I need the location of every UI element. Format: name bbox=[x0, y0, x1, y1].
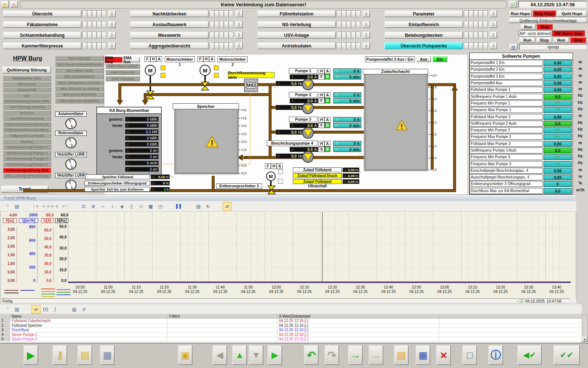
sep[interactable] bbox=[22, 305, 31, 314]
settings-icon[interactable]: ▤ bbox=[12, 305, 21, 314]
sollwerte-value-field[interactable]: 0,00 bbox=[544, 114, 572, 120]
print-icon[interactable]: ▤ bbox=[70, 305, 79, 314]
mode-cell[interactable]: A bbox=[325, 117, 330, 123]
sollwerte-value-field[interactable]: 0,00 bbox=[544, 141, 572, 147]
sollwerte-value-field[interactable]: 0,0 bbox=[544, 188, 572, 194]
nav-down-arrow-icon[interactable]: ⇩ bbox=[108, 42, 116, 49]
sep[interactable] bbox=[60, 305, 69, 314]
nav-button[interactable]: Antriebsdaten bbox=[257, 42, 336, 49]
redo-icon[interactable]: ↷ bbox=[325, 345, 339, 365]
fan-icon[interactable] bbox=[65, 158, 77, 170]
valve1-icon[interactable] bbox=[146, 91, 154, 99]
quitt-hupe-button[interactable]: Quitt Hupe bbox=[557, 10, 587, 17]
sep[interactable] bbox=[165, 202, 174, 210]
calendar-check-icon[interactable]: ☑ bbox=[509, 1, 517, 8]
nav-left-icon[interactable]: ◀ bbox=[212, 345, 227, 365]
mode-cell[interactable]: H bbox=[319, 68, 325, 74]
nav-down-arrow-icon[interactable]: ⇩ bbox=[362, 32, 370, 39]
motor1-icon[interactable]: M bbox=[145, 65, 156, 76]
refresh-icon[interactable]: ↻ bbox=[204, 202, 212, 210]
nav-down-arrow-icon[interactable]: ⇩ bbox=[235, 42, 243, 49]
sollwerte-value-field[interactable]: 0 bbox=[544, 181, 572, 187]
pw1-run-button[interactable]: Run bbox=[519, 37, 535, 43]
nav-button[interactable]: Belebungsbecken bbox=[384, 32, 463, 39]
fan-icon[interactable] bbox=[65, 137, 77, 149]
sollwerte-value-field[interactable]: *** bbox=[544, 107, 572, 113]
mode-cell[interactable]: F bbox=[197, 56, 203, 62]
compare-icon[interactable]: ⇄ bbox=[223, 202, 232, 210]
nav-up-icon[interactable]: ▲ bbox=[232, 345, 247, 365]
nav-down-arrow-icon[interactable]: ⇩ bbox=[362, 21, 370, 28]
entl-motor-icon[interactable]: M bbox=[266, 171, 276, 181]
forward-icon[interactable]: ►► bbox=[51, 202, 60, 210]
mode-cell[interactable]: F bbox=[319, 74, 325, 79]
nav-button[interactable]: Übersicht bbox=[3, 10, 82, 17]
sep[interactable] bbox=[184, 202, 193, 210]
mode-cell[interactable]: H bbox=[203, 56, 209, 62]
sollwerte-value-field[interactable]: *** bbox=[544, 134, 572, 140]
mode-cell[interactable]: F bbox=[319, 123, 325, 128]
mode-cell[interactable]: S bbox=[319, 146, 325, 152]
pw1-stop-button[interactable]: Stop bbox=[536, 37, 552, 43]
screensaver-icon[interactable]: □ bbox=[462, 345, 477, 365]
trend-plot[interactable] bbox=[68, 212, 571, 283]
sollwerte-value-field[interactable]: *** bbox=[544, 161, 572, 167]
mode-cell[interactable]: F bbox=[265, 163, 271, 169]
nav-button[interactable]: Parameter bbox=[384, 10, 463, 17]
mode-cell[interactable]: B bbox=[325, 146, 330, 152]
undo-icon[interactable]: ↶ bbox=[304, 345, 319, 365]
nav-right-icon[interactable]: ▶ bbox=[268, 345, 282, 365]
mode-cell[interactable]: B bbox=[325, 74, 330, 79]
trend-cursor-line[interactable] bbox=[322, 212, 323, 283]
key-icon[interactable]: ⚷ bbox=[53, 345, 67, 365]
last-icon[interactable]: ►| bbox=[60, 202, 69, 210]
first-icon[interactable]: |◄ bbox=[32, 202, 40, 210]
nav-down-arrow-icon[interactable]: ⇩ bbox=[490, 42, 497, 49]
run-hupe-button[interactable]: Run Hupe bbox=[509, 10, 532, 17]
back-icon[interactable]: ◄◄ bbox=[41, 202, 50, 210]
sollwerte-value-field[interactable]: 0,00 bbox=[544, 174, 572, 180]
pump-icon[interactable] bbox=[302, 151, 314, 163]
nav-down-arrow-icon[interactable]: ⇩ bbox=[235, 21, 243, 28]
pump-icon[interactable] bbox=[302, 102, 314, 114]
sollwerte-value-field[interactable]: 0,00 bbox=[544, 168, 572, 174]
sep[interactable] bbox=[70, 202, 79, 210]
screen-out-icon[interactable]: → bbox=[369, 345, 383, 365]
pause-icon[interactable]: ▌▌ bbox=[175, 202, 184, 210]
picture-open-icon[interactable]: ▤ bbox=[394, 345, 409, 365]
nav-down-arrow-icon[interactable]: ⇩ bbox=[108, 21, 116, 28]
mode-cell[interactable]: A bbox=[156, 56, 162, 62]
legend-table-row[interactable]: 3 Durchfluss 04.12.25 12:16 [i.] bbox=[0, 328, 582, 332]
refresh-icon[interactable]: ↺ bbox=[79, 305, 88, 314]
mode-cell[interactable]: F bbox=[144, 56, 150, 62]
sollwerte-value-field[interactable]: 0,00 bbox=[544, 67, 572, 72]
note-icon[interactable]: ▤ bbox=[1, 1, 9, 8]
printer-icon[interactable]: ▤ bbox=[509, 44, 517, 50]
mode-cell[interactable]: A bbox=[325, 141, 330, 146]
help-icon[interactable]: ? bbox=[3, 305, 12, 314]
nav-down-arrow-icon[interactable]: ⇩ bbox=[108, 10, 116, 17]
integral-icon[interactable]: ∫ bbox=[51, 305, 60, 314]
ema-stop-button[interactable]: Stop bbox=[537, 24, 553, 30]
nav-button[interactable]: USV-Anlage bbox=[257, 32, 336, 39]
alarm-flag-icon[interactable]: ⚠ bbox=[10, 1, 18, 8]
nav-button[interactable]: Messwerte bbox=[130, 32, 209, 39]
time-range-icon[interactable]: ◷ bbox=[156, 202, 165, 210]
ack-all-icon[interactable]: ✔✔ bbox=[553, 345, 580, 365]
stop-hupe-button[interactable]: Stop Hupe bbox=[533, 10, 556, 17]
entl-valve-icon[interactable] bbox=[268, 185, 276, 194]
sollwerte-value-field[interactable]: 0,0 bbox=[544, 121, 572, 127]
print-icon[interactable]: ▤ bbox=[194, 202, 203, 210]
mode-cell[interactable]: H bbox=[150, 56, 156, 62]
mode-cell[interactable]: H bbox=[319, 117, 325, 123]
pan-icon[interactable]: ◈ bbox=[118, 202, 126, 210]
sep[interactable] bbox=[213, 202, 222, 210]
nav-down-arrow-icon[interactable]: ⇩ bbox=[108, 32, 116, 39]
nav-button[interactable]: NS-Verteilung bbox=[257, 21, 336, 28]
sollwerte-value-field[interactable]: 0,0 bbox=[544, 148, 572, 153]
log-icon[interactable]: ▤ bbox=[78, 345, 92, 365]
staffel-aus-button[interactable]: Aus bbox=[416, 56, 431, 62]
settings-icon[interactable]: ▤ bbox=[12, 202, 21, 210]
picture-delete-icon[interactable]: × bbox=[436, 345, 451, 365]
help-icon[interactable]: ? bbox=[3, 202, 12, 210]
